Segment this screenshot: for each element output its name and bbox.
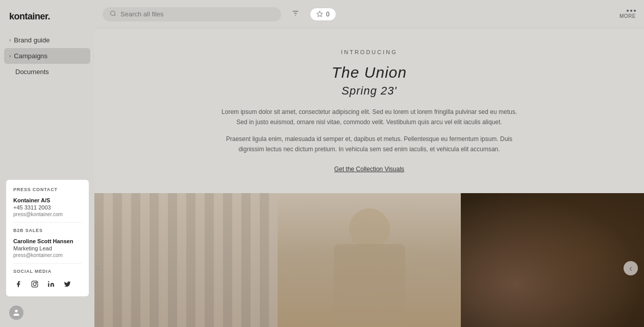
sidebar: kontainer. › Brand guide › Campaigns Doc… (0, 0, 94, 327)
press-contact-email: press@kontainer.com (13, 212, 82, 217)
drag-handle (96, 266, 100, 271)
collection-link[interactable]: Get the Collection Visuals (334, 166, 404, 173)
sidebar-item-campaigns[interactable]: › Campaigns (4, 48, 90, 64)
sidebar-item-label: Brand guide (14, 36, 49, 44)
divider (13, 222, 82, 223)
hero-body-2: Praesent ligula enim, malesuada id sempe… (216, 134, 523, 155)
sidebar-item-label: Documents (15, 68, 49, 76)
b2b-sales-title: B2B SALES (13, 228, 82, 233)
topbar: 0 MORE (94, 0, 644, 29)
twitter-icon[interactable] (62, 279, 72, 289)
search-box[interactable] (103, 7, 281, 21)
hero-intro: INTRODUCING (105, 49, 634, 55)
filter-button[interactable] (287, 7, 304, 21)
facebook-icon[interactable] (13, 279, 23, 289)
press-contact-phone: +45 3311 2003 (13, 204, 82, 211)
hero-section: INTRODUCING The Union Spring 23' Lorem i… (94, 29, 644, 193)
social-icons-row (13, 279, 82, 289)
gallery: ‹ (94, 193, 644, 327)
b2b-sales-role: Marketing Lead (13, 245, 82, 251)
main-content: 0 MORE INTRODUCING The Union Spring 23' … (94, 0, 644, 327)
user-avatar[interactable] (9, 306, 23, 320)
social-media-title: SOCIAL MEDIA (13, 269, 82, 274)
svg-marker-10 (317, 11, 323, 16)
logo-area: kontainer. (0, 5, 94, 32)
b2b-sales-email: press@kontainer.com (13, 252, 82, 258)
more-button[interactable]: MORE (620, 10, 636, 19)
linkedin-icon[interactable] (46, 279, 56, 289)
favorites-button[interactable]: 0 (310, 8, 336, 21)
hero-body-1: Lorem ipsum dolor sit amet, consectetur … (216, 107, 523, 128)
svg-line-6 (114, 15, 115, 16)
logo: kontainer. (9, 11, 50, 21)
b2b-sales-name: Caroline Scott Hansen (13, 238, 82, 244)
sidebar-item-documents[interactable]: Documents (0, 64, 94, 80)
gallery-next-arrow[interactable]: ‹ (624, 261, 638, 275)
svg-point-1 (33, 283, 36, 286)
chevron-icon: › (9, 53, 11, 59)
gallery-item-1[interactable] (94, 193, 278, 327)
press-contact-panel: PRESS CONTACT Kontainer A/S +45 3311 200… (6, 180, 89, 296)
press-contact-title: PRESS CONTACT (13, 187, 82, 192)
svg-point-5 (111, 11, 115, 15)
svg-point-2 (36, 282, 37, 283)
favorites-count: 0 (326, 11, 330, 18)
content-area: INTRODUCING The Union Spring 23' Lorem i… (94, 29, 644, 327)
svg-point-4 (15, 310, 17, 312)
more-label: MORE (620, 13, 636, 19)
chevron-icon: › (9, 37, 11, 43)
gallery-item-2[interactable] (278, 193, 461, 327)
more-dots-icon (627, 10, 636, 12)
sidebar-item-brand-guide[interactable]: › Brand guide (0, 32, 94, 48)
svg-rect-0 (32, 281, 38, 287)
gallery-item-3[interactable] (461, 193, 644, 327)
sidebar-footer (9, 306, 23, 320)
hero-title: The Union (105, 62, 634, 82)
hero-subtitle: Spring 23' (105, 84, 634, 98)
press-contact-name: Kontainer A/S (13, 197, 82, 203)
svg-point-3 (48, 281, 49, 282)
search-input[interactable] (120, 10, 274, 18)
instagram-icon[interactable] (30, 279, 40, 289)
search-icon (110, 10, 116, 18)
divider (13, 263, 82, 264)
sidebar-item-label: Campaigns (14, 52, 47, 60)
